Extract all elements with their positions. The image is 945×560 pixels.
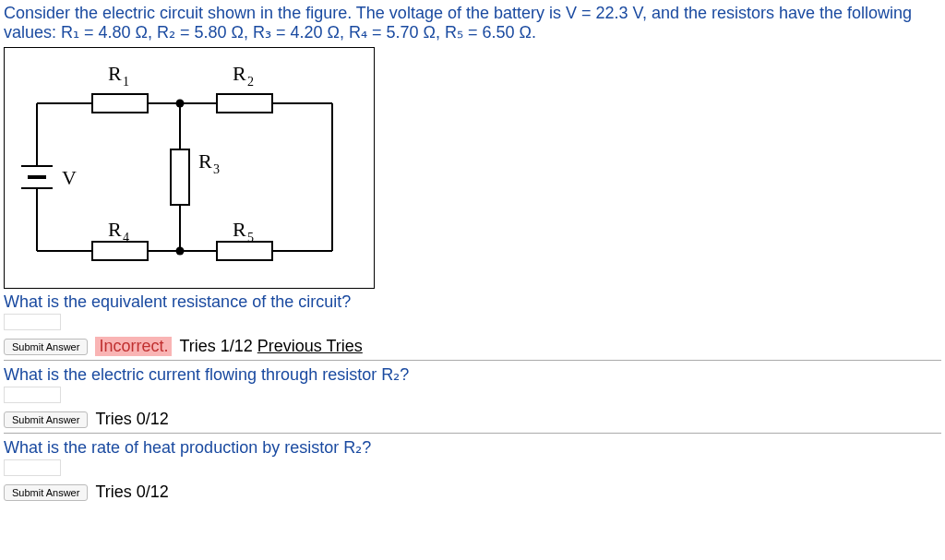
answer-input-1[interactable] <box>4 314 61 330</box>
svg-text:V: V <box>62 166 77 189</box>
answer-input-row-2 <box>4 387 941 408</box>
previous-tries-link[interactable]: Previous Tries <box>257 337 363 355</box>
answer-input-3[interactable] <box>4 459 61 476</box>
svg-text:R: R <box>233 218 246 241</box>
feedback-row-3: Submit Answer Tries 0/12 <box>4 481 941 506</box>
question-1: What is the equivalent resistance of the… <box>4 292 941 312</box>
status-incorrect: Incorrect. <box>95 337 172 356</box>
tries-1: Tries 1/12 Previous Tries <box>179 337 362 356</box>
svg-text:3: 3 <box>213 162 220 176</box>
question-2: What is the electric current flowing thr… <box>4 364 941 385</box>
svg-rect-29 <box>92 242 148 260</box>
feedback-row-2: Submit Answer Tries 0/12 <box>4 408 941 434</box>
svg-text:R: R <box>108 62 122 85</box>
svg-rect-26 <box>217 94 272 113</box>
svg-text:R: R <box>108 218 122 241</box>
svg-rect-32 <box>217 242 272 260</box>
submit-button-1[interactable]: Submit Answer <box>4 339 88 355</box>
circuit-diagram: V R 3 R 1 R 2 R 4 R 5 <box>4 47 375 289</box>
svg-text:4: 4 <box>123 231 129 244</box>
svg-text:R: R <box>198 149 212 173</box>
tries-2: Tries 0/12 <box>95 410 168 429</box>
problem-statement: Consider the electric circuit shown in t… <box>4 4 941 42</box>
svg-rect-18 <box>171 149 189 205</box>
answer-input-2[interactable] <box>4 387 61 403</box>
answer-input-row-1 <box>4 314 941 335</box>
submit-button-3[interactable]: Submit Answer <box>4 484 88 501</box>
feedback-row-1: Submit Answer Incorrect. Tries 1/12 Prev… <box>4 335 941 361</box>
submit-button-2[interactable]: Submit Answer <box>4 411 88 428</box>
svg-text:5: 5 <box>247 231 254 244</box>
svg-point-21 <box>176 100 185 108</box>
svg-text:1: 1 <box>123 75 129 89</box>
answer-input-row-3 <box>4 459 941 481</box>
svg-text:2: 2 <box>247 75 254 89</box>
svg-point-22 <box>176 247 185 256</box>
svg-rect-23 <box>92 94 148 113</box>
svg-text:R: R <box>233 62 246 85</box>
tries-3: Tries 0/12 <box>95 483 168 502</box>
question-3: What is the rate of heat production by r… <box>4 437 941 458</box>
